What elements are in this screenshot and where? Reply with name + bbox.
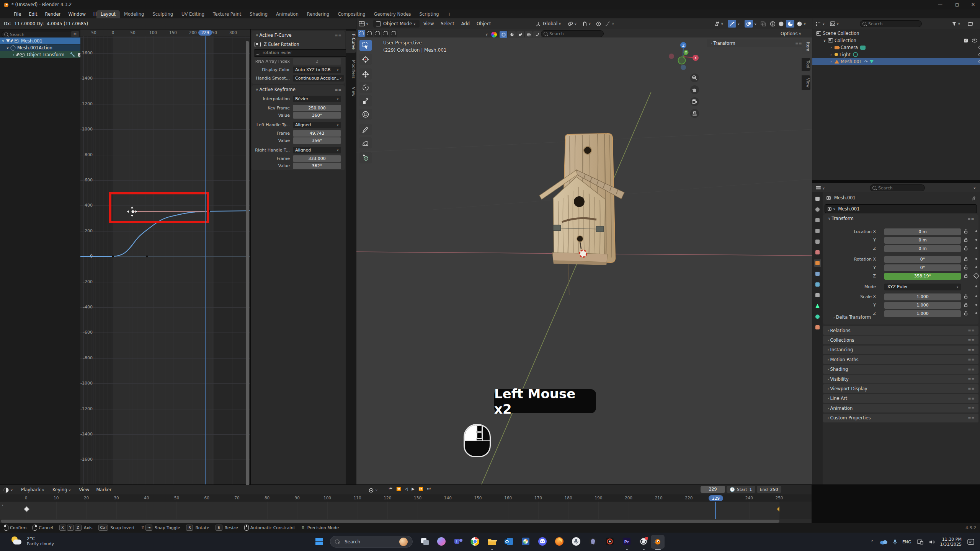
select-mode-new-button[interactable] <box>358 30 365 37</box>
chevron-down-icon[interactable]: ∨ <box>1 39 5 43</box>
channel-expand-icon[interactable]: ↔ <box>71 31 79 37</box>
notification-center-icon[interactable] <box>967 538 975 545</box>
language-indicator[interactable]: ENG <box>902 540 911 544</box>
graph-current-frame-badge[interactable]: 229 <box>198 30 212 36</box>
timeline-menu-marker[interactable]: Marker <box>93 487 115 492</box>
properties-tab-view-layer[interactable] <box>814 227 821 235</box>
menu-file[interactable]: File <box>10 11 25 17</box>
hide-eye-icon[interactable] <box>978 53 980 57</box>
eye-icon[interactable] <box>14 39 19 43</box>
graph-frame-ruler[interactable]: -50050100150200250300 <box>80 29 250 36</box>
animate-dot-icon[interactable] <box>975 304 977 306</box>
npanel-transform-header[interactable]: ›Transform≡≡ <box>707 39 805 47</box>
onedrive-icon[interactable] <box>879 539 888 544</box>
collection-checkbox[interactable]: ✓ <box>964 39 968 42</box>
workspace-tab-sculpting[interactable]: Sculpting <box>148 10 177 18</box>
outliner-row-collection[interactable]: ∨Collection✓ <box>812 37 980 44</box>
timeline-ruler[interactable]: 0102030405060708090100110120130140150160… <box>0 494 812 502</box>
properties-tab-constraints[interactable] <box>814 292 821 299</box>
handle-smoothing-dropdown[interactable]: Continuous Acceler...∨ <box>293 75 344 82</box>
viewport-menu-select[interactable]: Select <box>437 21 457 26</box>
jump-to-end-button[interactable]: ⏭ <box>425 486 432 491</box>
chevron-right-icon[interactable]: › <box>12 53 16 57</box>
taskbar-app-chrome[interactable] <box>470 536 481 547</box>
taskbar-search[interactable]: Search <box>330 536 413 548</box>
animate-dot-icon[interactable] <box>975 295 977 297</box>
chevron-right-icon[interactable]: › <box>829 60 833 64</box>
workspace-tab-compositing[interactable]: Compositing <box>333 10 369 18</box>
transform-tool[interactable] <box>359 109 372 120</box>
add-cube-tool[interactable] <box>359 152 372 163</box>
graph-editor-canvas[interactable]: -50050100150200250300 160014001200100080… <box>80 29 250 484</box>
timeline-current-frame-badge[interactable]: 229 <box>709 495 723 501</box>
npanel-tab-tool[interactable]: Tool <box>802 58 810 71</box>
annotate-tool[interactable] <box>359 124 372 135</box>
play-button[interactable]: ▶ <box>410 487 416 491</box>
channel-search-input[interactable]: Search <box>2 31 75 38</box>
pin-icon[interactable] <box>16 53 20 57</box>
next-keyframe-button[interactable]: ⏩ <box>417 487 425 491</box>
snap-magnet-widget[interactable]: ∨ <box>582 18 592 29</box>
network-icon[interactable] <box>917 539 924 544</box>
select-mode-intersect-button[interactable] <box>390 30 397 37</box>
right-value-field[interactable]: 362° <box>293 163 341 169</box>
outliner-search-input[interactable]: Search <box>860 20 922 27</box>
panel-grip-icon[interactable]: ≡≡ <box>335 88 342 92</box>
panel-relations[interactable]: ›Relations≡≡ <box>823 326 978 335</box>
eye-icon[interactable] <box>20 53 25 57</box>
properties-search-input[interactable]: Search <box>870 184 925 191</box>
panel-visibility[interactable]: ›Visibility≡≡ <box>823 375 978 383</box>
viewport-menu-add[interactable]: Add <box>458 21 473 26</box>
transform-y-field[interactable]: 1.000 <box>884 302 961 309</box>
panel-grip-icon[interactable]: ≡≡ <box>335 33 342 37</box>
properties-editor-type[interactable]: ∨ <box>815 184 826 192</box>
hide-eye-icon[interactable] <box>978 60 980 64</box>
proportional-editing-icon[interactable] <box>596 18 601 29</box>
npanel-tab-view[interactable]: View <box>802 75 810 90</box>
material-colorball-icon[interactable] <box>491 31 497 38</box>
npanel-tab-item[interactable]: Item <box>802 39 810 54</box>
render-pass-buttons[interactable] <box>500 31 541 38</box>
close-button[interactable]: ✕ <box>970 2 976 8</box>
timeline-editor-type[interactable]: ∨ <box>3 486 14 494</box>
animate-dot-icon[interactable] <box>975 247 977 249</box>
cursor-tool[interactable] <box>359 54 372 65</box>
viewport-3d[interactable]: Z Y X ∨ Object Mode∨ ViewSelectAddObject… <box>356 18 812 484</box>
taskbar-app-teams[interactable]: T <box>453 536 464 547</box>
lock-icon[interactable] <box>964 246 968 252</box>
birdhouse-object[interactable] <box>539 134 624 295</box>
select-mode-subtract-button[interactable] <box>374 30 381 37</box>
timeline-channel-toggle[interactable]: › <box>2 503 3 507</box>
panel-animation[interactable]: ›Animation≡≡ <box>823 404 978 412</box>
lock-icon[interactable] <box>964 303 968 308</box>
taskbar-app-photos[interactable] <box>521 536 531 547</box>
snapping-widget[interactable]: ∨ <box>568 18 578 29</box>
properties-tab-tool[interactable] <box>814 195 821 202</box>
panel-collections[interactable]: ›Collections≡≡ <box>823 336 978 344</box>
timeline-track[interactable] <box>0 502 812 519</box>
workspace-tab-rendering[interactable]: Rendering <box>303 10 334 18</box>
graph-playhead-line[interactable] <box>205 36 206 484</box>
interpolation-dropdown[interactable]: Bézier∨ <box>293 96 341 102</box>
start-button[interactable] <box>315 538 323 546</box>
properties-tab-object[interactable] <box>814 259 821 267</box>
keyframe-xy[interactable] <box>146 256 148 258</box>
right-handle-type-dropdown[interactable]: Aligned∨ <box>293 147 341 153</box>
properties-tab-modifiers[interactable] <box>814 270 821 277</box>
animate-dot-icon[interactable] <box>975 230 977 232</box>
taskbar-app-file-explorer[interactable] <box>487 536 498 547</box>
transform-scale-x-field[interactable]: 1.000 <box>884 293 961 300</box>
play-reverse-button[interactable]: ◁ <box>403 487 409 491</box>
xray-toggle-icon[interactable] <box>761 18 766 29</box>
object-name-field[interactable]: ∨ Mesh.001 <box>825 204 977 213</box>
taskbar-app-premiere[interactable]: Pr <box>622 536 632 547</box>
left-value-field[interactable]: 356° <box>293 137 341 144</box>
new-collection-button[interactable] <box>968 20 973 28</box>
menu-render[interactable]: Render <box>41 11 65 17</box>
transform-z-field[interactable]: 0 m <box>884 245 961 252</box>
transform-location-x-field[interactable]: 0 m <box>884 228 961 235</box>
workspace-tab-shading[interactable]: Shading <box>245 10 272 18</box>
lock-icon[interactable] <box>964 311 968 317</box>
left-handle-type-dropdown[interactable]: Aligned∨ <box>293 122 341 128</box>
lock-icon[interactable] <box>964 257 968 262</box>
